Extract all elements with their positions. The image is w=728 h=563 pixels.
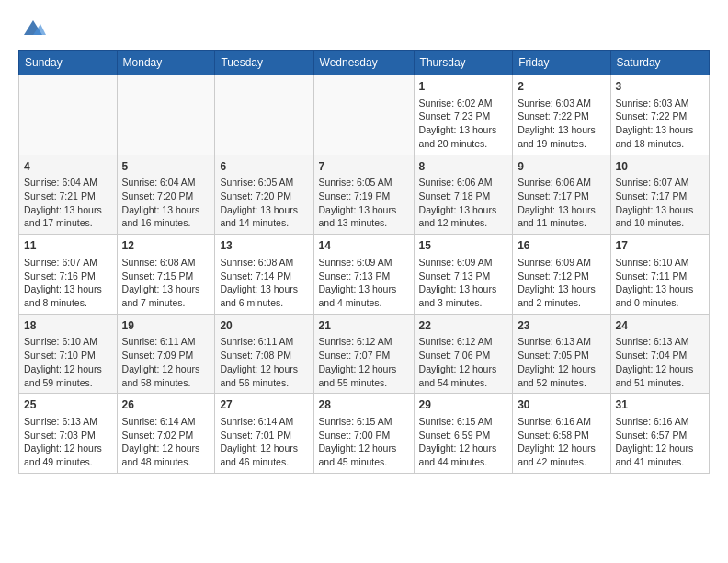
day-info-line: Daylight: 13 hours xyxy=(24,282,112,296)
day-number: 3 xyxy=(616,79,704,95)
calendar-cell xyxy=(117,75,215,155)
day-info-line: Sunset: 7:18 PM xyxy=(419,190,508,203)
day-info-line: Sunset: 7:23 PM xyxy=(419,109,508,123)
day-info-line: Sunrise: 6:07 AM xyxy=(616,176,704,190)
day-number: 5 xyxy=(122,159,210,175)
day-info-line: Sunrise: 6:13 AM xyxy=(518,335,605,349)
day-number: 6 xyxy=(220,159,308,175)
day-info-line: and 18 minutes. xyxy=(616,137,704,151)
day-info-line: Sunset: 7:16 PM xyxy=(24,270,112,283)
day-info-line: and 3 minutes. xyxy=(419,296,508,310)
day-info-line: Sunrise: 6:08 AM xyxy=(122,256,210,270)
calendar-week-1: 1Sunrise: 6:02 AMSunset: 7:23 PMDaylight… xyxy=(19,75,710,155)
day-info-line: and 16 minutes. xyxy=(122,216,210,230)
day-info-line: Sunrise: 6:04 AM xyxy=(122,176,210,190)
day-info-line: Daylight: 12 hours xyxy=(220,442,308,455)
day-info-line: Daylight: 13 hours xyxy=(419,282,508,296)
day-number: 18 xyxy=(24,318,112,334)
day-info-line: Daylight: 12 hours xyxy=(616,442,704,455)
day-number: 17 xyxy=(616,238,704,254)
day-number: 21 xyxy=(319,318,409,334)
day-info-line: Sunset: 7:06 PM xyxy=(419,349,508,362)
day-info-line: Daylight: 13 hours xyxy=(319,203,409,217)
day-info-line: Sunset: 6:58 PM xyxy=(518,429,605,442)
calendar-cell xyxy=(215,75,313,155)
day-info-line: Daylight: 13 hours xyxy=(24,203,112,217)
day-info-line: and 45 minutes. xyxy=(319,455,409,469)
calendar-cell: 11Sunrise: 6:07 AMSunset: 7:16 PMDayligh… xyxy=(19,235,118,315)
day-info-line: Sunrise: 6:09 AM xyxy=(319,256,409,270)
day-info-line: Sunset: 7:09 PM xyxy=(122,349,210,362)
calendar-cell: 8Sunrise: 6:06 AMSunset: 7:18 PMDaylight… xyxy=(414,155,513,235)
weekday-header-friday: Friday xyxy=(513,51,610,75)
calendar-week-5: 25Sunrise: 6:13 AMSunset: 7:03 PMDayligh… xyxy=(19,394,710,474)
calendar-cell: 30Sunrise: 6:16 AMSunset: 6:58 PMDayligh… xyxy=(513,394,610,474)
day-info-line: Sunset: 7:02 PM xyxy=(122,429,210,442)
day-info-line: Daylight: 13 hours xyxy=(122,203,210,217)
day-number: 15 xyxy=(419,238,508,254)
calendar-cell: 2Sunrise: 6:03 AMSunset: 7:22 PMDaylight… xyxy=(513,75,610,155)
day-info-line: Sunrise: 6:06 AM xyxy=(419,176,508,190)
day-info-line: Sunrise: 6:09 AM xyxy=(419,256,508,270)
day-info-line: and 19 minutes. xyxy=(518,137,605,151)
day-number: 2 xyxy=(518,79,605,95)
day-info-line: Sunrise: 6:07 AM xyxy=(24,256,112,270)
day-number: 22 xyxy=(419,318,508,334)
day-info-line: Sunset: 7:04 PM xyxy=(616,349,704,362)
day-info-line: Sunrise: 6:04 AM xyxy=(24,176,112,190)
day-info-line: Sunset: 7:19 PM xyxy=(319,190,409,203)
day-info-line: Sunset: 7:20 PM xyxy=(220,190,308,203)
calendar-cell: 24Sunrise: 6:13 AMSunset: 7:04 PMDayligh… xyxy=(610,314,709,394)
day-info-line: Sunrise: 6:06 AM xyxy=(518,176,605,190)
calendar-cell xyxy=(19,75,118,155)
day-info-line: Sunrise: 6:05 AM xyxy=(220,176,308,190)
day-info-line: Sunrise: 6:03 AM xyxy=(518,97,605,110)
day-number: 12 xyxy=(122,238,210,254)
weekday-header-saturday: Saturday xyxy=(610,51,709,75)
calendar-cell: 28Sunrise: 6:15 AMSunset: 7:00 PMDayligh… xyxy=(313,394,414,474)
day-number: 7 xyxy=(319,159,409,175)
day-info-line: Sunset: 7:08 PM xyxy=(220,349,308,362)
day-number: 10 xyxy=(616,159,704,175)
calendar-cell: 9Sunrise: 6:06 AMSunset: 7:17 PMDaylight… xyxy=(513,155,610,235)
calendar-cell: 4Sunrise: 6:04 AMSunset: 7:21 PMDaylight… xyxy=(19,155,118,235)
calendar-week-3: 11Sunrise: 6:07 AMSunset: 7:16 PMDayligh… xyxy=(19,235,710,315)
day-info-line: Sunset: 7:03 PM xyxy=(24,429,112,442)
day-number: 31 xyxy=(616,397,704,413)
day-info-line: Sunset: 7:15 PM xyxy=(122,270,210,283)
day-info-line: Sunset: 7:22 PM xyxy=(616,109,704,123)
day-info-line: and 14 minutes. xyxy=(220,216,308,230)
day-number: 29 xyxy=(419,397,508,413)
day-info-line: and 51 minutes. xyxy=(616,376,704,390)
calendar-cell: 13Sunrise: 6:08 AMSunset: 7:14 PMDayligh… xyxy=(215,235,313,315)
day-number: 1 xyxy=(419,79,508,95)
day-info-line: Sunrise: 6:11 AM xyxy=(220,335,308,349)
day-info-line: and 12 minutes. xyxy=(419,216,508,230)
calendar-cell: 25Sunrise: 6:13 AMSunset: 7:03 PMDayligh… xyxy=(19,394,118,474)
calendar-cell: 27Sunrise: 6:14 AMSunset: 7:01 PMDayligh… xyxy=(215,394,313,474)
day-info-line: Sunrise: 6:16 AM xyxy=(616,415,704,429)
day-info-line: Sunrise: 6:10 AM xyxy=(24,335,112,349)
day-info-line: Daylight: 12 hours xyxy=(518,362,605,376)
day-number: 30 xyxy=(518,397,605,413)
weekday-header-thursday: Thursday xyxy=(414,51,513,75)
day-info-line: Daylight: 13 hours xyxy=(122,282,210,296)
day-info-line: Daylight: 12 hours xyxy=(220,362,308,376)
day-number: 27 xyxy=(220,397,308,413)
calendar-week-2: 4Sunrise: 6:04 AMSunset: 7:21 PMDaylight… xyxy=(19,155,710,235)
day-info-line: Sunset: 7:13 PM xyxy=(319,270,409,283)
calendar-cell: 26Sunrise: 6:14 AMSunset: 7:02 PMDayligh… xyxy=(117,394,215,474)
calendar-cell: 21Sunrise: 6:12 AMSunset: 7:07 PMDayligh… xyxy=(313,314,414,394)
day-info-line: Daylight: 13 hours xyxy=(319,282,409,296)
day-info-line: and 17 minutes. xyxy=(24,216,112,230)
calendar-table: SundayMondayTuesdayWednesdayThursdayFrid… xyxy=(18,50,710,474)
day-info-line: and 8 minutes. xyxy=(24,296,112,310)
day-info-line: Sunrise: 6:12 AM xyxy=(319,335,409,349)
day-info-line: Daylight: 12 hours xyxy=(24,362,112,376)
day-info-line: and 56 minutes. xyxy=(220,376,308,390)
day-info-line: and 11 minutes. xyxy=(518,216,605,230)
page-header xyxy=(18,15,710,40)
day-info-line: Sunrise: 6:05 AM xyxy=(319,176,409,190)
calendar-cell: 22Sunrise: 6:12 AMSunset: 7:06 PMDayligh… xyxy=(414,314,513,394)
day-number: 23 xyxy=(518,318,605,334)
